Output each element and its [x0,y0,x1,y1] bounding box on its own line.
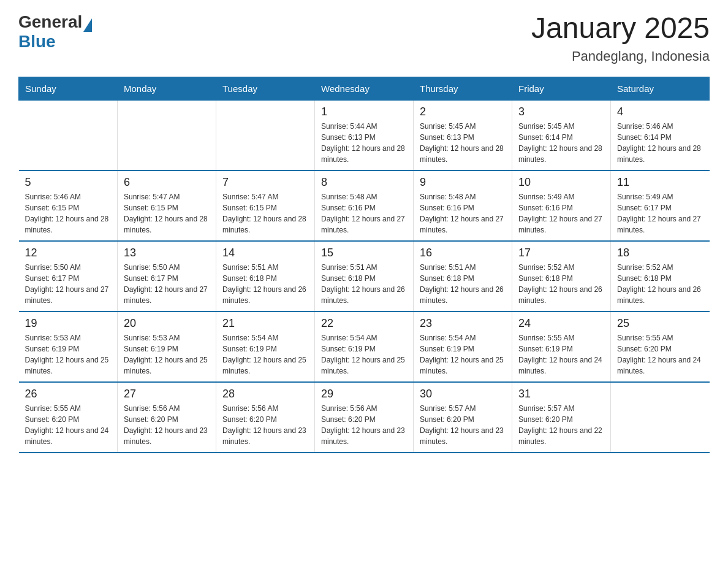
calendar-table: SundayMondayTuesdayWednesdayThursdayFrid… [18,77,710,453]
calendar-cell: 22Sunrise: 5:54 AMSunset: 6:19 PMDayligh… [315,312,414,382]
day-number: 18 [617,247,703,259]
calendar-cell: 29Sunrise: 5:56 AMSunset: 6:20 PMDayligh… [315,382,414,453]
day-number: 10 [518,176,604,189]
day-number: 8 [321,176,407,189]
calendar-cell: 23Sunrise: 5:54 AMSunset: 6:19 PMDayligh… [414,312,512,382]
calendar-cell: 7Sunrise: 5:47 AMSunset: 6:15 PMDaylight… [216,170,315,241]
day-info: Sunrise: 5:47 AMSunset: 6:15 PMDaylight:… [124,191,210,236]
calendar-cell: 3Sunrise: 5:45 AMSunset: 6:14 PMDaylight… [512,100,611,170]
day-number: 3 [518,105,604,118]
calendar-cell: 9Sunrise: 5:48 AMSunset: 6:16 PMDaylight… [414,170,512,241]
calendar-cell: 4Sunrise: 5:46 AMSunset: 6:14 PMDaylight… [611,100,710,170]
calendar-cell: 20Sunrise: 5:53 AMSunset: 6:19 PMDayligh… [118,312,216,382]
calendar-cell: 6Sunrise: 5:47 AMSunset: 6:15 PMDaylight… [118,170,216,241]
day-number: 2 [420,105,506,118]
day-info: Sunrise: 5:49 AMSunset: 6:16 PMDaylight:… [518,191,604,236]
calendar-cell: 13Sunrise: 5:50 AMSunset: 6:17 PMDayligh… [118,241,216,312]
day-info: Sunrise: 5:52 AMSunset: 6:18 PMDaylight:… [617,262,703,306]
day-info: Sunrise: 5:56 AMSunset: 6:20 PMDaylight:… [222,403,308,447]
day-number: 14 [222,247,308,259]
calendar-week-row: 19Sunrise: 5:53 AMSunset: 6:19 PMDayligh… [19,312,710,382]
day-info: Sunrise: 5:57 AMSunset: 6:20 PMDaylight:… [420,403,506,447]
day-number: 19 [25,317,112,330]
day-info: Sunrise: 5:53 AMSunset: 6:19 PMDaylight:… [124,332,210,377]
day-number: 24 [518,317,604,330]
location-title: Pandeglang, Indonesia [531,48,710,64]
calendar-week-row: 12Sunrise: 5:50 AMSunset: 6:17 PMDayligh… [19,241,710,312]
calendar-cell: 8Sunrise: 5:48 AMSunset: 6:16 PMDaylight… [315,170,414,241]
day-number: 15 [321,247,407,259]
calendar-cell: 25Sunrise: 5:55 AMSunset: 6:20 PMDayligh… [611,312,710,382]
day-info: Sunrise: 5:46 AMSunset: 6:15 PMDaylight:… [25,191,112,236]
calendar-cell: 27Sunrise: 5:56 AMSunset: 6:20 PMDayligh… [118,382,216,453]
day-info: Sunrise: 5:50 AMSunset: 6:17 PMDaylight:… [124,262,210,306]
day-number: 28 [222,388,308,400]
day-info: Sunrise: 5:56 AMSunset: 6:20 PMDaylight:… [321,403,407,447]
day-number: 6 [124,176,210,189]
day-number: 27 [124,388,210,400]
calendar-cell: 5Sunrise: 5:46 AMSunset: 6:15 PMDaylight… [19,170,118,241]
day-info: Sunrise: 5:48 AMSunset: 6:16 PMDaylight:… [420,191,506,236]
day-number: 30 [420,388,506,400]
day-number: 1 [321,105,407,118]
logo-triangle-icon [83,18,92,32]
day-info: Sunrise: 5:54 AMSunset: 6:19 PMDaylight:… [321,332,407,377]
calendar-header-friday: Friday [512,77,611,100]
calendar-cell: 21Sunrise: 5:54 AMSunset: 6:19 PMDayligh… [216,312,315,382]
day-number: 21 [222,317,308,330]
day-info: Sunrise: 5:51 AMSunset: 6:18 PMDaylight:… [420,262,506,306]
logo: General Blue [18,12,92,52]
day-number: 22 [321,317,407,330]
calendar-header-thursday: Thursday [414,77,512,100]
calendar-header-row: SundayMondayTuesdayWednesdayThursdayFrid… [19,77,710,100]
day-number: 12 [25,247,112,259]
day-number: 31 [518,388,604,400]
title-section: January 2025 Pandeglang, Indonesia [531,12,710,64]
day-info: Sunrise: 5:47 AMSunset: 6:15 PMDaylight:… [222,191,308,236]
calendar-cell: 11Sunrise: 5:49 AMSunset: 6:17 PMDayligh… [611,170,710,241]
day-info: Sunrise: 5:57 AMSunset: 6:20 PMDaylight:… [518,403,604,447]
calendar-week-row: 26Sunrise: 5:55 AMSunset: 6:20 PMDayligh… [19,382,710,453]
calendar-cell: 16Sunrise: 5:51 AMSunset: 6:18 PMDayligh… [414,241,512,312]
calendar-cell: 19Sunrise: 5:53 AMSunset: 6:19 PMDayligh… [19,312,118,382]
calendar-cell: 1Sunrise: 5:44 AMSunset: 6:13 PMDaylight… [315,100,414,170]
day-info: Sunrise: 5:45 AMSunset: 6:14 PMDaylight:… [518,121,604,165]
day-info: Sunrise: 5:55 AMSunset: 6:20 PMDaylight:… [617,332,703,377]
calendar-header-monday: Monday [118,77,216,100]
day-number: 11 [617,176,703,189]
day-info: Sunrise: 5:46 AMSunset: 6:14 PMDaylight:… [617,121,703,165]
day-number: 13 [124,247,210,259]
day-info: Sunrise: 5:45 AMSunset: 6:13 PMDaylight:… [420,121,506,165]
day-info: Sunrise: 5:51 AMSunset: 6:18 PMDaylight:… [222,262,308,306]
calendar-cell [118,100,216,170]
day-info: Sunrise: 5:53 AMSunset: 6:19 PMDaylight:… [25,332,112,377]
day-info: Sunrise: 5:52 AMSunset: 6:18 PMDaylight:… [518,262,604,306]
calendar-cell: 30Sunrise: 5:57 AMSunset: 6:20 PMDayligh… [414,382,512,453]
day-number: 26 [25,388,112,400]
day-number: 23 [420,317,506,330]
calendar-header-sunday: Sunday [19,77,118,100]
day-info: Sunrise: 5:48 AMSunset: 6:16 PMDaylight:… [321,191,407,236]
calendar-cell: 31Sunrise: 5:57 AMSunset: 6:20 PMDayligh… [512,382,611,453]
logo-blue: Blue [18,32,92,52]
day-info: Sunrise: 5:56 AMSunset: 6:20 PMDaylight:… [124,403,210,447]
calendar-cell [611,382,710,453]
calendar-cell: 15Sunrise: 5:51 AMSunset: 6:18 PMDayligh… [315,241,414,312]
day-info: Sunrise: 5:54 AMSunset: 6:19 PMDaylight:… [222,332,308,377]
day-info: Sunrise: 5:55 AMSunset: 6:20 PMDaylight:… [25,403,112,447]
day-number: 16 [420,247,506,259]
calendar-week-row: 1Sunrise: 5:44 AMSunset: 6:13 PMDaylight… [19,100,710,170]
day-info: Sunrise: 5:49 AMSunset: 6:17 PMDaylight:… [617,191,703,236]
day-number: 25 [617,317,703,330]
logo-general: General [18,12,82,32]
calendar-cell: 18Sunrise: 5:52 AMSunset: 6:18 PMDayligh… [611,241,710,312]
calendar-header-tuesday: Tuesday [216,77,315,100]
calendar-cell: 26Sunrise: 5:55 AMSunset: 6:20 PMDayligh… [19,382,118,453]
calendar-cell: 2Sunrise: 5:45 AMSunset: 6:13 PMDaylight… [414,100,512,170]
day-info: Sunrise: 5:44 AMSunset: 6:13 PMDaylight:… [321,121,407,165]
calendar-cell: 24Sunrise: 5:55 AMSunset: 6:19 PMDayligh… [512,312,611,382]
day-info: Sunrise: 5:50 AMSunset: 6:17 PMDaylight:… [25,262,112,306]
calendar-cell [216,100,315,170]
calendar-week-row: 5Sunrise: 5:46 AMSunset: 6:15 PMDaylight… [19,170,710,241]
day-number: 20 [124,317,210,330]
